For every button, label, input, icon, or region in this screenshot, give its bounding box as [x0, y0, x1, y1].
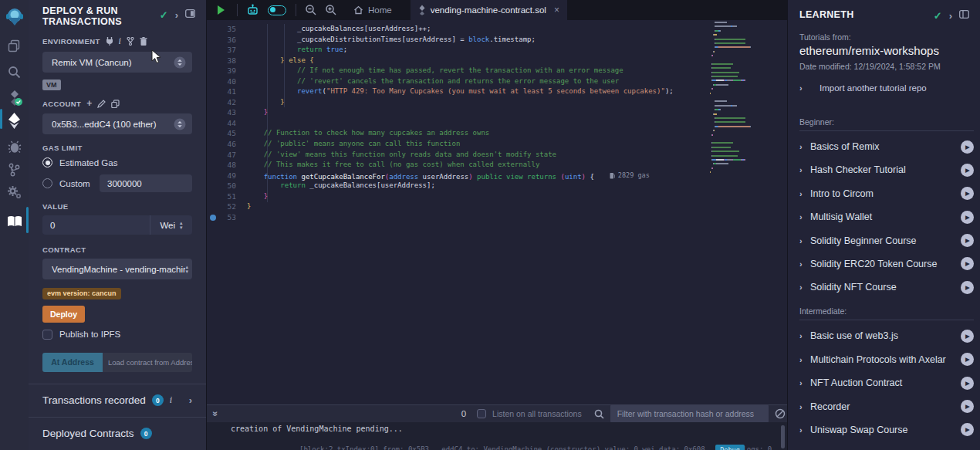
tutorial-item[interactable]: ›Solidity NFT Course▶: [799, 277, 974, 297]
add-account-icon[interactable]: +: [86, 98, 92, 109]
tutorial-play-button[interactable]: ▶: [961, 257, 974, 270]
tutorial-item[interactable]: ›Uniswap Swap Course▶: [799, 420, 974, 440]
learneth-pin-icon[interactable]: [959, 10, 969, 19]
account-select[interactable]: 0x5B3...eddC4 (100 ether): [42, 113, 192, 134]
learneth-icon[interactable]: [0, 210, 29, 233]
zoom-in-icon[interactable]: [325, 4, 337, 16]
environment-info-icon[interactable]: i: [119, 36, 121, 47]
tutorial-play-button[interactable]: ▶: [961, 234, 974, 247]
file-explorer-icon[interactable]: [0, 34, 29, 57]
estimated-gas-radio[interactable]: [42, 157, 52, 167]
deployed-contracts-section[interactable]: Deployed Contracts 0: [42, 418, 192, 450]
tutorial-play-button[interactable]: ▶: [961, 164, 974, 177]
tutorial-play-button[interactable]: ▶: [961, 423, 974, 436]
debug-button[interactable]: Debug: [715, 445, 745, 450]
copy-account-icon[interactable]: [111, 100, 120, 108]
tutorial-item[interactable]: ›Multichain Protocols with Axelar▶: [799, 350, 974, 370]
terminal-search-icon[interactable]: [594, 409, 604, 419]
publish-ipfs-option[interactable]: Publish to IPFS: [42, 330, 192, 340]
terminal-output[interactable]: creation of VendingMachine pending... [b…: [207, 422, 787, 450]
solidity-compiler-icon[interactable]: [0, 86, 29, 110]
delete-state-icon[interactable]: [140, 37, 147, 46]
breakpoint-gutter[interactable]: [207, 45, 219, 56]
tutorial-item[interactable]: ›Basic use of web3.js▶: [799, 326, 974, 346]
breakpoint-gutter[interactable]: [207, 171, 219, 181]
breakpoint-gutter[interactable]: [207, 160, 219, 171]
breakpoint-gutter[interactable]: [207, 212, 219, 223]
import-repo-row[interactable]: › Import another tutorial repo: [799, 83, 968, 93]
terminal-scrollbar[interactable]: [781, 425, 785, 448]
breakpoint-gutter[interactable]: [207, 35, 219, 46]
tutorial-play-button[interactable]: ▶: [961, 187, 974, 200]
breakpoint-gutter[interactable]: [207, 181, 219, 191]
tab-file[interactable]: vending-machine-contract.sol ×: [411, 0, 567, 20]
tutorial-item[interactable]: ›NFT Auction Contract▶: [799, 373, 974, 393]
contract-select[interactable]: VendingMachine - vending-machin ▴▾: [42, 259, 192, 279]
breakpoint-gutter[interactable]: [207, 76, 219, 87]
transactions-recorded-section[interactable]: Transactions recorded 0 i ›: [42, 384, 192, 417]
tutorial-play-button[interactable]: ▶: [961, 281, 974, 294]
tab-close-icon[interactable]: ×: [554, 5, 559, 15]
custom-gas-option[interactable]: Custom 3000000: [42, 174, 192, 192]
run-script-icon[interactable]: [218, 5, 225, 15]
remix-logo[interactable]: [0, 6, 29, 28]
tutorial-play-button[interactable]: ▶: [961, 400, 974, 413]
pin-panel-icon[interactable]: [185, 9, 195, 18]
breakpoint-icon[interactable]: [210, 215, 216, 221]
breakpoint-gutter[interactable]: [207, 118, 219, 129]
estimated-gas-option[interactable]: Estimated Gas: [42, 157, 192, 167]
clear-console-icon[interactable]: [775, 408, 786, 419]
breakpoint-gutter[interactable]: [207, 128, 219, 139]
environment-select[interactable]: Remix VM (Cancun): [42, 52, 192, 73]
custom-gas-input[interactable]: 3000000: [100, 174, 192, 192]
debugger-icon[interactable]: [0, 135, 29, 158]
value-input[interactable]: 0: [42, 215, 150, 235]
tutorial-play-button[interactable]: ▶: [961, 377, 974, 390]
transactions-expand-icon[interactable]: ›: [189, 394, 192, 406]
breakpoint-gutter[interactable]: [207, 150, 219, 161]
terminal-filter-input[interactable]: [610, 404, 769, 423]
at-address-input[interactable]: Load contract from Addres: [103, 353, 192, 372]
breakpoint-gutter[interactable]: [207, 139, 219, 150]
custom-gas-radio[interactable]: [42, 178, 52, 188]
terminal-collapse-icon[interactable]: »: [210, 411, 221, 417]
tutorial-play-button[interactable]: ▶: [961, 353, 974, 366]
tutorial-play-button[interactable]: ▶: [961, 330, 974, 343]
plug-icon[interactable]: [106, 37, 113, 46]
tutorial-item[interactable]: ›Recorder▶: [799, 397, 974, 417]
settings-icon[interactable]: [0, 181, 29, 204]
breakpoint-gutter[interactable]: [207, 191, 219, 202]
tutorial-item[interactable]: ›Basics of Remix▶: [799, 137, 974, 157]
breakpoint-gutter[interactable]: [207, 86, 219, 97]
tutorial-item[interactable]: ›Solidity Beginner Course▶: [799, 231, 974, 251]
search-icon[interactable]: [0, 60, 29, 83]
breakpoint-gutter[interactable]: [207, 97, 219, 108]
breakpoint-gutter[interactable]: [207, 201, 219, 212]
deploy-run-icon[interactable]: [0, 109, 29, 132]
listen-all-checkbox[interactable]: [477, 409, 486, 418]
value-unit-select[interactable]: Wei ▴▾: [150, 215, 192, 235]
tutorial-play-button[interactable]: ▶: [961, 211, 974, 224]
collapse-panel-icon[interactable]: ›: [175, 9, 178, 21]
breakpoint-gutter[interactable]: [207, 24, 219, 35]
publish-ipfs-checkbox[interactable]: [42, 330, 52, 340]
source-control-icon[interactable]: [0, 158, 29, 181]
tutorial-item[interactable]: ›Hash Checker Tutorial▶: [799, 160, 974, 180]
deploy-button[interactable]: Deploy: [42, 306, 85, 323]
code-editor[interactable]: 35 _cupcakeBalances[userAddress]++;36 _c…: [207, 20, 787, 395]
tutorial-item[interactable]: ›Solidity ERC20 Token Course▶: [799, 254, 974, 274]
sign-message-icon[interactable]: [97, 100, 106, 108]
zoom-out-icon[interactable]: [305, 4, 317, 16]
tab-home[interactable]: Home: [346, 0, 400, 20]
tutorial-item[interactable]: ›Multisig Wallet▶: [799, 207, 974, 227]
at-address-button[interactable]: At Address: [42, 353, 103, 372]
tutorial-play-button[interactable]: ▶: [961, 140, 974, 154]
breakpoint-gutter[interactable]: [207, 56, 219, 66]
editor-minimap[interactable]: [710, 22, 783, 276]
tutorial-item[interactable]: ›Intro to Circom▶: [799, 184, 974, 204]
fork-state-icon[interactable]: [127, 37, 134, 46]
copilot-toggle[interactable]: [268, 5, 286, 15]
breakpoint-gutter[interactable]: [207, 107, 219, 118]
transactions-info-icon[interactable]: i: [170, 394, 172, 406]
learneth-collapse-icon[interactable]: ›: [949, 10, 952, 22]
